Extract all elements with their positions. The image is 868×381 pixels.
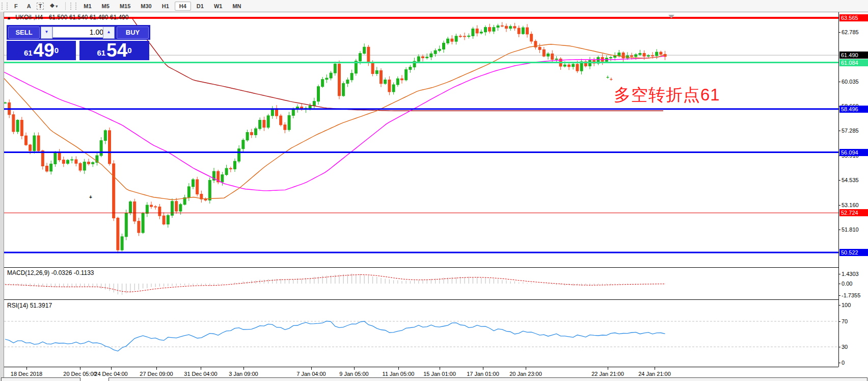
toolbar-separator (65, 2, 66, 10)
symbol-period-label: UKOil-,H4 (15, 14, 43, 21)
rsi-panel-canvas[interactable] (4, 301, 838, 367)
price-badge-63.565: 63.565 (839, 14, 868, 21)
date-axis-label: 22 Jan 21:00 (591, 371, 624, 377)
price-axis-label: 53.160 (842, 202, 868, 208)
timeframe-m15[interactable]: M15 (115, 2, 135, 11)
rsi-axis-label: 30 (842, 344, 868, 350)
date-axis-label: 11 Jan 05:00 (383, 371, 415, 377)
macd-panel-canvas[interactable] (4, 268, 838, 299)
chart-title: ▲ UKOil-,H4 61.500 61.540 61.480 61.490 (7, 14, 128, 21)
macd-axis-label: 0.00 (842, 281, 868, 287)
price-axis-label: 60.035 (842, 79, 868, 85)
date-axis-label: 31 Dec 04:00 (184, 371, 217, 377)
date-axis-tick (80, 367, 80, 370)
rsi-label: RSI(14) 51.3917 (7, 302, 52, 309)
date-axis-label: 24 Dec 04:00 (94, 371, 127, 377)
price-badge-52.724: 52.724 (839, 209, 868, 216)
grid-f-tool-icon[interactable]: F (11, 2, 21, 10)
timeframe-m30[interactable]: M30 (136, 2, 156, 11)
date-axis-label: 17 Jan 01:00 (467, 371, 499, 377)
buy-price-sup: 0 (127, 46, 131, 55)
chart-toolbar: FAT❖▾ M1M5M15M30H1H4D1W1MN (0, 0, 868, 12)
statusbar-box-right (108, 377, 867, 381)
timeframe-m1[interactable]: M1 (79, 2, 96, 11)
sell-price-display[interactable]: 61 49 0 (7, 41, 76, 60)
panel-divider-2[interactable] (4, 299, 838, 300)
toolbar-grip[interactable] (2, 3, 8, 10)
date-axis-tick (311, 367, 312, 370)
timeframe-h4[interactable]: H4 (175, 2, 191, 11)
panel-divider[interactable] (4, 267, 838, 268)
chart-marker-icon: + (606, 74, 609, 80)
date-axis-tick (655, 367, 655, 370)
chart-annotation-text: 多空转折点61 (614, 84, 720, 107)
chart-shift-marker-icon[interactable] (668, 15, 674, 18)
buy-price-small: 61 (97, 48, 105, 57)
price-badge-61.084: 61.084 (839, 59, 868, 66)
sell-price-sup: 0 (55, 46, 59, 55)
one-click-panel-toggle[interactable]: ▲ (7, 15, 11, 20)
date-axis-tick (526, 367, 526, 370)
sell-price-small: 61 (24, 48, 33, 57)
date-axis-label: 15 Jan 01:00 (423, 371, 456, 377)
date-axis-label: 20 Dec 05:00 (63, 371, 96, 377)
date-axis-label: 27 Dec 09:00 (140, 371, 173, 377)
price-axis-label: 51.810 (842, 226, 868, 233)
chart-marker-icon: + (610, 77, 613, 82)
date-axis-tick (156, 367, 157, 370)
date-axis-tick (201, 367, 201, 370)
price-axis-tick (838, 205, 840, 206)
date-axis-tick (483, 367, 483, 370)
toolbar-grip-2[interactable] (70, 3, 76, 10)
drawing-tools: FAT❖▾ (10, 2, 62, 10)
date-axis-label: 3 Jan 09:00 (229, 371, 258, 377)
price-axis-tick (838, 230, 840, 230)
date-axis-label: 24 Jan 21:00 (638, 371, 671, 377)
date-axis-label: 20 Jan 23:00 (509, 371, 542, 377)
price-axis-tick (838, 32, 840, 33)
price-axis-label: 54.535 (842, 177, 868, 183)
chart-marker-icon: + (89, 194, 92, 200)
date-axis-label: 9 Jan 05:00 (339, 371, 369, 377)
date-axis-tick (398, 367, 399, 370)
price-axis-line (838, 12, 839, 367)
buy-button[interactable]: BUY (117, 27, 149, 39)
cursor-a-tool-icon[interactable]: A (23, 2, 35, 10)
date-axis-label: 18 Dec 2018 (11, 371, 42, 377)
price-axis-tick (838, 82, 840, 82)
price-badge-56.094: 56.094 (839, 149, 868, 156)
rsi-axis-label: 0 (842, 360, 868, 366)
buy-price-display[interactable]: 61 54 0 (79, 41, 149, 60)
rsi-axis-label: 100 (842, 302, 868, 308)
date-axis-tick (243, 367, 244, 370)
shapes-tool-icon[interactable]: ❖▾ (46, 2, 61, 10)
sell-button[interactable]: SELL (8, 27, 40, 39)
timeframe-w1[interactable]: W1 (209, 2, 227, 11)
date-axis-label: 7 Jan 04:00 (296, 371, 326, 377)
date-axis-tick (111, 367, 112, 370)
date-axis[interactable]: 18 Dec 201820 Dec 05:0024 Dec 04:0027 De… (4, 367, 838, 378)
price-axis-tick (838, 131, 840, 131)
statusbar-box-left (1, 377, 80, 381)
price-badge-61.490: 61.490 (839, 52, 868, 59)
macd-label: MACD(12,26,9) -0.0326 -0.1133 (7, 269, 94, 276)
date-axis-tick (354, 367, 355, 370)
date-axis-tick (26, 367, 27, 370)
terminal-window: FAT❖▾ M1M5M15M30H1H4D1W1MN ▲ UKOil-,H4 6… (0, 0, 868, 381)
volume-input[interactable] (52, 27, 106, 38)
macd-axis-label: 1.4303 (842, 271, 868, 277)
trade-panel-top-row: SELL ▼ ▲ BUY (7, 25, 150, 40)
volume-increase-button[interactable]: ▲ (103, 27, 115, 39)
timeframe-m5[interactable]: M5 (97, 2, 114, 11)
date-axis-tick (608, 367, 608, 370)
price-badge-50.522: 50.522 (839, 249, 868, 256)
volume-decrease-button[interactable]: ▼ (41, 27, 52, 39)
text-tool-icon[interactable]: T (37, 3, 44, 10)
timeframe-h1[interactable]: H1 (157, 2, 174, 11)
price-axis-tick (838, 180, 840, 181)
timeframe-d1[interactable]: D1 (192, 2, 208, 11)
ohlc-values: 61.500 61.540 61.480 61.490 (49, 14, 129, 21)
buy-price-big: 54 (106, 42, 127, 59)
timeframe-buttons: M1M5M15M30H1H4D1W1MN (78, 2, 246, 11)
timeframe-mn[interactable]: MN (228, 2, 246, 11)
